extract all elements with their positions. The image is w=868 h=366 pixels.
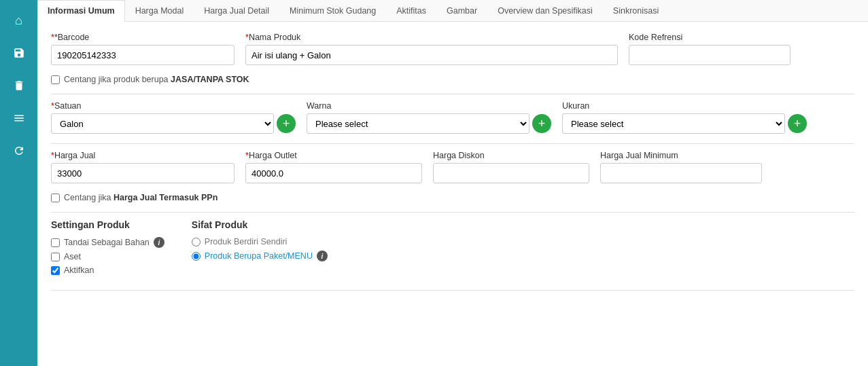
divider-1 bbox=[51, 94, 854, 94]
nama-produk-label: *Nama Produk bbox=[245, 33, 618, 42]
warna-add-button[interactable]: + bbox=[532, 114, 551, 133]
harga-outlet-label: *Harga Outlet bbox=[245, 151, 422, 160]
divider-2 bbox=[51, 143, 854, 144]
radio-produk-berdiri-sendiri: Produk Berdiri Sendiri bbox=[192, 237, 328, 246]
checkbox-ppn-label: Centang jika Harga Jual Termasuk PPn bbox=[64, 193, 218, 202]
harga-jual-minimum-label: Harga Jual Minimum bbox=[600, 151, 762, 160]
nama-produk-input[interactable] bbox=[245, 45, 618, 65]
satuan-add-button[interactable]: + bbox=[277, 114, 296, 133]
group-harga-jual-minimum: Harga Jual Minimum bbox=[600, 151, 762, 183]
harga-jual-input[interactable] bbox=[51, 163, 235, 183]
tab-informasi-umum[interactable]: Informasi Umum bbox=[37, 0, 125, 22]
ukuran-select-container: Please select + bbox=[562, 113, 807, 134]
paket-menu-info-icon[interactable]: i bbox=[317, 251, 328, 261]
tandai-bahan-label: Tandai Sebagai Bahan bbox=[64, 238, 150, 247]
tandai-bahan-info-icon[interactable]: i bbox=[154, 237, 164, 248]
warna-select[interactable]: Please select bbox=[307, 113, 530, 134]
warna-select-container: Please select + bbox=[307, 113, 551, 134]
tab-harga-jual-detail[interactable]: Harga Jual Detail bbox=[194, 0, 279, 21]
checkbox-jasa[interactable] bbox=[51, 75, 60, 84]
satuan-select-container: Galon Pcs Liter Kg + bbox=[51, 113, 296, 134]
kode-referensi-input[interactable] bbox=[629, 45, 791, 65]
check-aset: Aset bbox=[51, 252, 164, 261]
ukuran-label: Ukuran bbox=[562, 101, 807, 111]
row-checkbox-ppn: Centang jika Harga Jual Termasuk PPn bbox=[51, 193, 854, 202]
radio-berdiri-sendiri[interactable] bbox=[192, 238, 201, 246]
group-satuan: *Satuan Galon Pcs Liter Kg + bbox=[51, 101, 296, 134]
group-ukuran: Ukuran Please select + bbox=[562, 101, 807, 134]
trash-icon[interactable] bbox=[5, 72, 33, 99]
barcode-label: **Barcode bbox=[51, 33, 235, 42]
harga-jual-minimum-input[interactable] bbox=[600, 163, 762, 183]
satuan-select[interactable]: Galon Pcs Liter Kg bbox=[51, 113, 274, 134]
harga-jual-label: *Harga Jual bbox=[51, 151, 235, 160]
save-icon[interactable] bbox=[5, 39, 33, 67]
aktifkan-label: Aktifkan bbox=[64, 266, 94, 275]
group-harga-jual: *Harga Jual bbox=[51, 151, 235, 183]
tab-bar: Informasi Umum Harga Modal Harga Jual De… bbox=[37, 0, 868, 22]
aset-label: Aset bbox=[64, 252, 81, 261]
list-icon[interactable] bbox=[5, 105, 33, 132]
group-harga-diskon: Harga Diskon bbox=[433, 151, 589, 183]
berdiri-sendiri-label: Produk Berdiri Sendiri bbox=[205, 237, 288, 246]
ukuran-select[interactable]: Please select bbox=[562, 113, 785, 134]
ukuran-add-button[interactable]: + bbox=[788, 114, 807, 133]
form-content: **Barcode *Nama Produk Kode Refrensi Cen… bbox=[37, 22, 868, 366]
settingan-produk-title: Settingan Produk bbox=[51, 219, 164, 230]
group-kode-referensi: Kode Refrensi bbox=[629, 33, 791, 65]
radio-paket-menu[interactable] bbox=[192, 252, 201, 261]
kode-referensi-label: Kode Refrensi bbox=[629, 33, 791, 42]
divider-3 bbox=[51, 212, 854, 213]
tab-harga-modal[interactable]: Harga Modal bbox=[125, 0, 194, 21]
tab-overview-spesifikasi[interactable]: Overview dan Spesifikasi bbox=[487, 0, 603, 21]
sidebar: ⌂ bbox=[0, 0, 37, 366]
paket-menu-label: Produk Berupa Paket/MENU bbox=[205, 251, 313, 261]
checkbox-aset[interactable] bbox=[51, 253, 60, 261]
tab-aktifitas[interactable]: Aktifitas bbox=[386, 0, 436, 21]
row-checkbox-jasa: Centang jika produk berupa JASA/TANPA ST… bbox=[51, 75, 854, 84]
checkbox-ppn[interactable] bbox=[51, 194, 60, 202]
group-warna: Warna Please select + bbox=[307, 101, 551, 134]
warna-label: Warna bbox=[307, 101, 551, 111]
group-barcode: **Barcode bbox=[51, 33, 235, 65]
tab-minimum-stok-gudang[interactable]: Minimum Stok Gudang bbox=[279, 0, 386, 21]
check-tandai-bahan: Tandai Sebagai Bahan i bbox=[51, 237, 164, 248]
home-icon[interactable]: ⌂ bbox=[5, 7, 33, 34]
sifat-produk-block: Sifat Produk Produk Berdiri Sendiri Prod… bbox=[192, 219, 328, 279]
checkbox-jasa-label: Centang jika produk berupa JASA/TANPA ST… bbox=[64, 75, 249, 84]
refresh-icon[interactable] bbox=[5, 137, 33, 164]
group-harga-outlet: *Harga Outlet bbox=[245, 151, 422, 183]
radio-produk-paket-menu: Produk Berupa Paket/MENU i bbox=[192, 251, 328, 261]
row-harga: *Harga Jual *Harga Outlet Harga Diskon H… bbox=[51, 151, 854, 183]
satuan-label: *Satuan bbox=[51, 101, 296, 111]
group-nama-produk: *Nama Produk bbox=[245, 33, 618, 65]
harga-outlet-input[interactable] bbox=[245, 163, 422, 183]
harga-diskon-label: Harga Diskon bbox=[433, 151, 589, 160]
row-basic-info: **Barcode *Nama Produk Kode Refrensi bbox=[51, 33, 854, 65]
sifat-produk-title: Sifat Produk bbox=[192, 219, 328, 230]
harga-diskon-input[interactable] bbox=[433, 163, 589, 183]
settings-section: Settingan Produk Tandai Sebagai Bahan i … bbox=[51, 219, 854, 279]
tab-gambar[interactable]: Gambar bbox=[436, 0, 487, 21]
main-content: Informasi Umum Harga Modal Harga Jual De… bbox=[37, 0, 868, 366]
tab-sinkronisasi[interactable]: Sinkronisasi bbox=[603, 0, 669, 21]
settingan-produk-block: Settingan Produk Tandai Sebagai Bahan i … bbox=[51, 219, 164, 279]
barcode-input[interactable] bbox=[51, 45, 235, 65]
check-aktifkan: Aktifkan bbox=[51, 266, 164, 275]
row-satuan-warna-ukuran: *Satuan Galon Pcs Liter Kg + Warna Pleas… bbox=[51, 101, 854, 134]
divider-bottom bbox=[51, 290, 854, 291]
checkbox-tandai-bahan[interactable] bbox=[51, 238, 60, 247]
checkbox-aktifkan[interactable] bbox=[51, 266, 60, 275]
